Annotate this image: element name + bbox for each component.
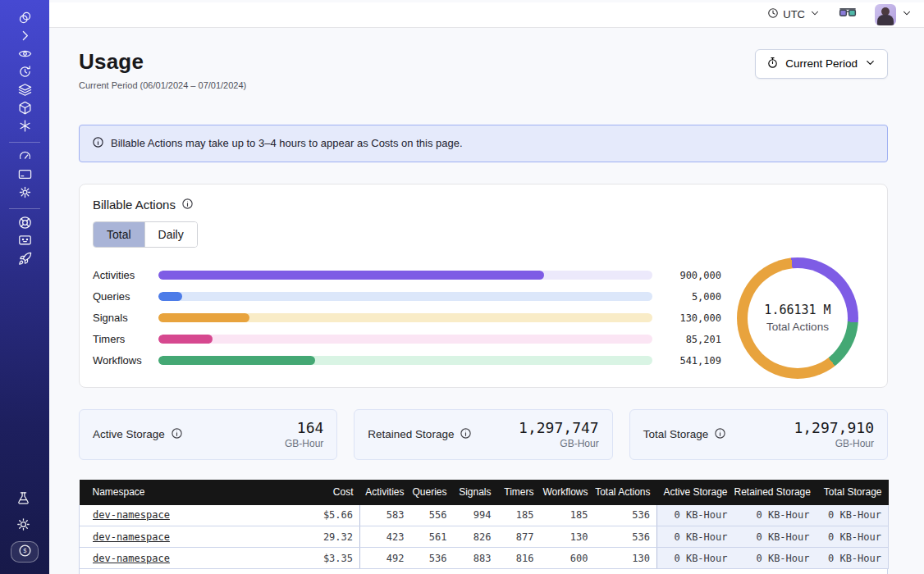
card-title-row: Billable Actions [93, 198, 874, 212]
active-storage-label: Active Storage [93, 428, 165, 440]
cell-activities: 492 [360, 548, 411, 569]
column-header-total_actions: Total Actions [595, 480, 657, 505]
temporal-logo-icon [18, 11, 32, 28]
bar-chart: Activities900,000Queries5,000Signals130,… [93, 265, 721, 371]
retained-storage-unit: GB-Hour [519, 438, 599, 449]
cell-retained_storage: 0 KB-Hour [734, 548, 817, 569]
sidebar-item-asterisk[interactable] [12, 118, 37, 136]
sidebar-item-rocket[interactable] [12, 251, 37, 269]
active-storage-unit: GB-Hour [285, 438, 323, 449]
info-icon[interactable] [460, 427, 472, 442]
cell-signals: 883 [454, 548, 498, 569]
namespace-usage-table: NamespaceCostActivitiesQueriesSignalsTim… [79, 480, 889, 570]
billable-actions-chart: Activities900,000Queries5,000Signals130,… [93, 257, 874, 379]
cell-total_storage: 0 KB-Hour [817, 505, 889, 526]
total-storage-label: Total Storage [643, 428, 709, 440]
sidebar-item-flask[interactable] [11, 489, 35, 510]
sidebar-item-credit-card[interactable] [12, 166, 37, 184]
cell-cost: $3.35 [301, 548, 360, 569]
cell-signals: 994 [454, 505, 498, 526]
sidebar-item-dollar-coin[interactable]: $ [11, 541, 39, 563]
bar-label: Signals [93, 312, 158, 324]
sidebar-item-temporal-logo[interactable] [12, 10, 37, 28]
bar-label: Workflows [93, 354, 158, 367]
sidebar-divider [9, 142, 40, 143]
bar-label: Queries [93, 290, 158, 303]
bar-track [158, 292, 652, 301]
bar-row-signals: Signals130,000 [93, 308, 721, 329]
tab-total[interactable]: Total [94, 222, 144, 247]
total-storage-value: 1,297,910 [794, 419, 874, 436]
column-header-signals: Signals [454, 480, 498, 505]
main-area: UTC Usage Current Period (06/01/2024 – 0… [49, 0, 924, 574]
column-header-active_storage: Active Storage [657, 480, 734, 505]
namespace-link[interactable]: dev-namespace [93, 531, 170, 543]
history-icon [18, 65, 32, 82]
sidebar-item-gear[interactable] [12, 184, 37, 203]
bar-fill [158, 271, 544, 280]
sidebar-divider [9, 208, 40, 209]
cell-namespace: dev-namespace [80, 548, 301, 569]
asterisk-icon [18, 119, 32, 136]
sidebar-item-chevron-right[interactable] [12, 28, 37, 46]
column-header-namespace: Namespace [80, 480, 301, 505]
cell-cost: $5.66 [301, 505, 360, 526]
info-icon[interactable] [181, 198, 194, 212]
info-banner: Billable Actions may take up to 3–4 hour… [79, 125, 888, 162]
info-icon[interactable] [714, 427, 726, 442]
billable-actions-card: Billable Actions Total Daily Activities9… [79, 184, 888, 388]
cell-total_storage: 0 KB-Hour [817, 548, 889, 569]
sidebar-item-sun[interactable] [11, 515, 35, 536]
sidebar-item-history[interactable] [12, 64, 37, 82]
tab-daily[interactable]: Daily [144, 222, 197, 247]
retained-storage-card: Retained Storage 1,297,747 GB-Hour [354, 409, 612, 460]
sidebar-item-gauge[interactable] [12, 148, 37, 166]
page-title: Usage [79, 49, 246, 75]
bar-fill [158, 356, 315, 365]
retained-storage-value: 1,297,747 [519, 419, 599, 436]
column-header-queries: Queries [411, 480, 454, 505]
cell-namespace: dev-namespace [80, 526, 301, 548]
sidebar-item-monitor[interactable] [12, 233, 37, 251]
bar-label: Timers [93, 333, 158, 345]
stopwatch-icon [766, 57, 779, 71]
bar-fill [158, 335, 213, 344]
donut-ring: 1.66131 M Total Actions [737, 257, 858, 379]
info-icon[interactable] [171, 427, 183, 442]
info-icon [92, 136, 104, 151]
timezone-selector[interactable]: UTC [767, 7, 821, 21]
bar-fill [158, 313, 249, 322]
namespace-link[interactable]: dev-namespace [93, 509, 170, 521]
sidebar-item-layers[interactable] [12, 82, 37, 100]
dollar-coin-icon: $ [18, 544, 32, 561]
cell-workflows: 600 [541, 548, 595, 569]
cube-icon [18, 101, 32, 118]
glasses-icon [839, 7, 857, 22]
content: Usage Current Period (06/01/2024 – 07/01… [49, 28, 924, 574]
bar-label: Activities [93, 269, 158, 281]
chevron-down-icon [864, 57, 876, 71]
glasses-button[interactable] [839, 7, 857, 22]
sidebar-item-lifebuoy[interactable] [12, 215, 37, 233]
bar-value: 5,000 [662, 291, 721, 303]
rocket-icon [18, 252, 32, 269]
bar-row-activities: Activities900,000 [93, 265, 721, 286]
avatar[interactable] [875, 4, 896, 25]
cell-signals: 826 [454, 526, 498, 548]
current-period-button[interactable]: Current Period [755, 49, 888, 79]
bar-track [158, 356, 652, 365]
cell-workflows: 185 [541, 505, 595, 526]
bar-track [158, 313, 652, 322]
account-menu[interactable] [875, 4, 913, 25]
sidebar-item-cube[interactable] [12, 100, 37, 118]
cell-active_storage: 0 KB-Hour [657, 505, 734, 526]
sidebar-item-eye[interactable] [12, 46, 37, 64]
cell-cost: 29.32 [301, 526, 360, 548]
donut-chart: 1.66131 M Total Actions [721, 257, 874, 379]
sidebar: $ [0, 0, 49, 574]
clock-icon [767, 7, 779, 21]
namespace-link[interactable]: dev-namespace [93, 553, 170, 564]
column-header-activities: Activities [360, 480, 411, 505]
page-header: Usage Current Period (06/01/2024 – 07/01… [79, 49, 888, 90]
total-actions-label: Total Actions [766, 321, 829, 333]
